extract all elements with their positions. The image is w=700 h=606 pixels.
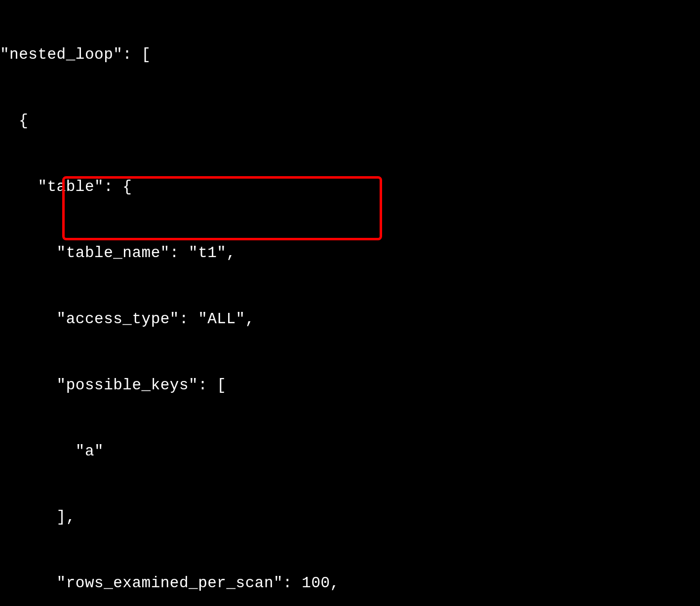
code-line: {	[0, 110, 700, 132]
code-line-highlighted: "rows_examined_per_scan": 100,	[0, 572, 700, 595]
code-line: "nested_loop": [	[0, 44, 700, 66]
code-line: "table": {	[0, 176, 700, 198]
code-line: ],	[0, 506, 700, 529]
code-line: "access_type": "ALL",	[0, 308, 700, 331]
code-block: "nested_loop": [ { "table": { "table_nam…	[0, 0, 700, 606]
code-line: "a"	[0, 441, 700, 463]
code-line: "table_name": "t1",	[0, 242, 700, 265]
code-line: "possible_keys": [	[0, 375, 700, 397]
